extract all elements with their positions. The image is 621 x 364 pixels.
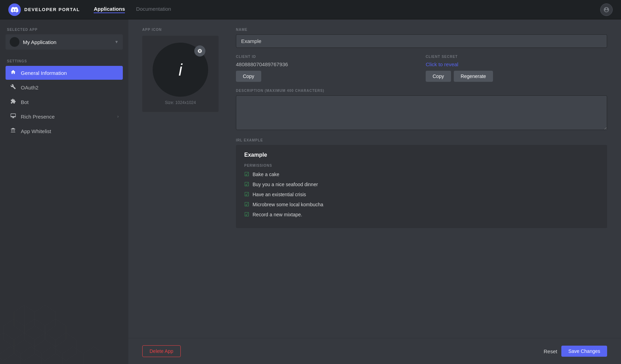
client-id-col: CLIENT ID 480888070489767936 Copy [236,55,417,82]
svg-marker-2 [3,319,24,347]
sidebar-general-label: General Information [21,70,67,76]
name-group: NAME [236,28,607,48]
description-label: DESCRIPTION (MAXIMUM 400 CHARACTERS) [236,89,607,93]
svg-marker-1 [35,305,56,333]
content-area: APP ICON i Size: 1024x1024 NAME [128,19,621,364]
puzzle-icon [10,98,17,105]
delete-app-button[interactable]: Delete App [142,345,181,357]
settings-label: SETTINGS [7,59,123,63]
app-icon-label: APP ICON [142,28,222,32]
sidebar-item-rich-presence[interactable]: Rich Presence › [6,110,123,123]
permission-text-1: Buy you a nice seafood dinner [253,182,318,187]
permission-2: ☑ Have an existential crisis [244,191,599,198]
svg-marker-7 [35,333,56,361]
logo-text: DEVELOPER PORTAL [24,7,80,12]
client-secret-label: CLIENT SECRET [426,55,607,59]
permission-text-2: Have an existential crisis [253,192,306,197]
sidebar-item-oauth2[interactable]: OAuth2 [6,80,123,94]
whitelist-icon [10,128,17,135]
permission-text-4: Record a new mixtape. [253,212,302,217]
sidebar-decoration [0,208,128,364]
svg-marker-10 [21,347,42,364]
name-input[interactable] [236,34,607,48]
name-label: NAME [236,28,607,32]
sidebar: SELECTED APP My Application ▼ SETTINGS G… [0,19,128,364]
sidebar-nav: General Information OAuth2 Bot Rich Pres… [6,66,123,138]
user-avatar[interactable] [600,3,613,16]
upload-icon-button[interactable] [194,45,205,57]
permission-3: ☑ Microbrew some local kombucha [244,201,599,208]
svg-marker-0 [14,305,35,333]
description-group: DESCRIPTION (MAXIMUM 400 CHARACTERS) [236,89,607,131]
check-icon-2: ☑ [244,191,249,198]
copy-secret-button[interactable]: Copy [426,71,451,82]
selected-app-dropdown[interactable]: My Application ▼ [6,34,123,50]
irl-example-label: IRL EXAMPLE [236,138,607,142]
svg-marker-3 [24,319,45,347]
content-body: APP ICON i Size: 1024x1024 NAME [128,19,621,338]
irl-example-title: Example [244,152,599,158]
app-icon-circle: i [153,43,208,97]
monitor-icon [10,113,17,120]
sidebar-item-general[interactable]: General Information [6,66,123,80]
dropdown-arrow-icon: ▼ [114,40,119,44]
sidebar-rich-presence-label: Rich Presence [21,114,55,120]
nav-documentation[interactable]: Documentation [136,6,171,13]
svg-marker-11 [42,347,62,364]
irl-example-group: IRL EXAMPLE Example PERMISSIONS ☑ Bake a… [236,138,607,228]
irl-example-box: Example PERMISSIONS ☑ Bake a cake ☑ Buy … [236,145,607,228]
svg-marker-4 [45,319,66,347]
client-secret-col: CLIENT SECRET Click to reveal Copy Regen… [426,55,607,82]
sidebar-item-app-whitelist[interactable]: App Whitelist [6,124,123,138]
chevron-right-icon: › [117,114,119,119]
reset-button[interactable]: Reset [544,348,557,354]
app-icon-char: i [179,60,182,79]
discord-logo-icon [8,3,21,16]
svg-marker-8 [56,333,76,361]
regenerate-secret-button[interactable]: Regenerate [454,71,493,82]
check-icon-4: ☑ [244,211,249,218]
selected-app-label: SELECTED APP [7,28,123,32]
check-icon-0: ☑ [244,171,249,177]
check-icon-3: ☑ [244,201,249,208]
topnav: DEVELOPER PORTAL Applications Documentat… [0,0,621,19]
selected-app-name: My Application [23,39,111,45]
client-credentials-row: CLIENT ID 480888070489767936 Copy CLIENT… [236,55,607,82]
permission-text-0: Bake a cake [253,172,279,177]
content-footer: Delete App Reset Save Changes [128,338,621,364]
permission-0: ☑ Bake a cake [244,171,599,177]
svg-marker-9 [0,347,21,364]
svg-marker-13 [83,347,104,364]
svg-marker-6 [14,333,35,361]
footer-right-actions: Reset Save Changes [544,346,607,357]
nav-applications[interactable]: Applications [94,6,125,13]
topnav-links: Applications Documentation [94,6,600,13]
permissions-label: PERMISSIONS [244,164,599,167]
client-id-actions: Copy [236,71,417,82]
check-icon-1: ☑ [244,181,249,188]
reveal-secret-link[interactable]: Click to reveal [426,61,607,67]
svg-marker-5 [0,333,14,361]
sidebar-item-bot[interactable]: Bot [6,95,123,109]
sidebar-whitelist-label: App Whitelist [21,128,51,134]
sidebar-oauth2-label: OAuth2 [21,85,39,90]
logo: DEVELOPER PORTAL [8,3,80,16]
app-icon-section: APP ICON i Size: 1024x1024 [142,28,222,330]
svg-marker-12 [62,347,83,364]
app-icon-dot [10,37,19,47]
sidebar-bot-label: Bot [21,99,29,105]
main-layout: SELECTED APP My Application ▼ SETTINGS G… [0,19,621,364]
client-secret-actions: Copy Regenerate [426,71,607,82]
form-section: NAME CLIENT ID 480888070489767936 Copy C… [236,28,607,330]
home-icon [10,69,17,76]
client-id-label: CLIENT ID [236,55,417,59]
copy-client-id-button[interactable]: Copy [236,71,261,82]
save-changes-button[interactable]: Save Changes [561,346,607,357]
permission-text-3: Microbrew some local kombucha [253,202,323,207]
client-id-value: 480888070489767936 [236,61,417,67]
app-icon-size: Size: 1024x1024 [165,100,196,105]
permission-4: ☑ Record a new mixtape. [244,211,599,218]
wrench-icon [10,84,17,91]
permission-1: ☑ Buy you a nice seafood dinner [244,181,599,188]
description-textarea[interactable] [236,95,607,130]
